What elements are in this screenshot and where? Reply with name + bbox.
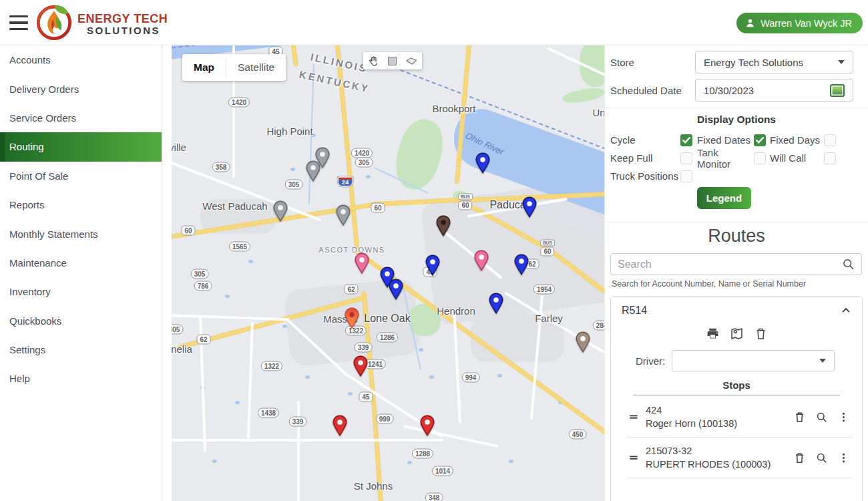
stops-title: Stops	[611, 379, 862, 391]
driver-select[interactable]	[672, 350, 835, 371]
map-marker-blue[interactable]	[514, 254, 529, 275]
map-marker-red[interactable]	[420, 415, 435, 436]
sidebar-item-accounts[interactable]: Accounts	[0, 45, 162, 74]
pan-hand-icon[interactable]	[368, 55, 379, 67]
map-button[interactable]: Map	[182, 54, 226, 81]
legend-button[interactable]: Legend	[697, 187, 751, 209]
highway-road	[548, 248, 604, 296]
locate-stop-icon[interactable]	[815, 411, 828, 424]
satellite-button[interactable]: Satellite	[226, 54, 286, 81]
checkbox-will-call[interactable]	[824, 152, 836, 164]
stop-number: 424	[646, 405, 793, 415]
creek	[374, 167, 429, 194]
locate-stop-icon[interactable]	[815, 452, 828, 464]
map-export-icon[interactable]	[730, 327, 744, 341]
sidebar-item-point-of-sale[interactable]: Point Of Sale	[0, 162, 162, 190]
map-canvas[interactable]: 451420358142030530524606015653057866245B…	[172, 45, 604, 501]
polygon-select-icon[interactable]	[406, 57, 417, 65]
search-icon[interactable]	[841, 257, 855, 274]
route-card-header[interactable]: R514	[611, 297, 862, 325]
calendar-icon[interactable]	[830, 84, 845, 97]
map-marker-taupe[interactable]	[576, 331, 591, 353]
display-options-grid: CycleFixed DatesFixed DaysKeep FullTank …	[610, 131, 840, 185]
search-input[interactable]	[610, 253, 862, 275]
pond	[419, 348, 423, 351]
creek	[308, 64, 314, 204]
map-label-hendron: Hendron	[437, 305, 475, 317]
sidebar-item-quickbooks[interactable]: Quickbooks	[0, 307, 162, 335]
minor-road	[403, 425, 499, 448]
delete-route-icon[interactable]	[754, 327, 768, 341]
route-shield-62: 62	[196, 335, 210, 345]
map-marker-red[interactable]	[353, 355, 369, 377]
checkbox-truck-positions[interactable]	[680, 170, 692, 182]
delete-stop-icon[interactable]	[793, 411, 806, 424]
more-options-icon[interactable]	[837, 411, 850, 424]
highway-road	[362, 292, 376, 405]
checkbox-tank-monitor[interactable]	[754, 152, 766, 164]
menu-icon[interactable]	[9, 15, 28, 30]
creek	[403, 288, 421, 370]
scheduled-date-field[interactable]: 10/30/2023	[695, 79, 853, 102]
map-marker-pink[interactable]	[474, 250, 489, 271]
drag-handle-icon[interactable]	[627, 451, 640, 464]
sidebar-item-settings[interactable]: Settings	[0, 335, 162, 364]
map-marker-blue[interactable]	[425, 255, 441, 276]
route-shield-24: 24	[338, 177, 353, 187]
route-shield-60: 60	[181, 226, 195, 236]
sidebar-item-inventory[interactable]: Inventory	[0, 277, 162, 306]
user-menu-button[interactable]: Warren Van Wyck JR	[736, 13, 863, 33]
minor-road	[199, 315, 206, 452]
routes-search	[610, 253, 862, 275]
sidebar-item-help[interactable]: Help	[0, 364, 162, 393]
chevron-up-icon[interactable]	[839, 304, 853, 317]
checkbox-fixed-days[interactable]	[824, 134, 836, 146]
sidebar-item-monthly-statements[interactable]: Monthly Statements	[0, 219, 162, 248]
map-marker-blue[interactable]	[489, 293, 504, 314]
map-marker-gray[interactable]	[273, 200, 288, 222]
map-marker-gray[interactable]	[336, 204, 351, 226]
map-marker-gray[interactable]	[306, 160, 321, 182]
sidebar-item-reports[interactable]: Reports	[0, 190, 162, 219]
sidebar-item-maintenance[interactable]: Maintenance	[0, 248, 162, 277]
map-marker-pink[interactable]	[355, 253, 370, 274]
sidebar-item-routing[interactable]: Routing	[0, 132, 162, 161]
user-name: Warren Van Wyck JR	[761, 18, 852, 29]
map-marker-brown[interactable]	[436, 215, 451, 236]
delete-stop-icon[interactable]	[793, 452, 806, 464]
stop-row: 424Roger Horn (100138)	[627, 397, 853, 438]
pond	[509, 460, 513, 463]
route-shield-305: 305	[172, 325, 183, 335]
highway-road	[178, 296, 365, 349]
store-value: Energy Tech Solutions	[704, 57, 803, 68]
sidebar-item-delivery-orders[interactable]: Delivery Orders	[0, 74, 162, 103]
more-options-icon[interactable]	[837, 452, 850, 464]
map-marker-blue[interactable]	[389, 279, 404, 300]
route-shield-1565: 1565	[229, 242, 250, 252]
map-marker-blue[interactable]	[522, 196, 537, 218]
map-label-farley: Farley	[535, 313, 563, 324]
minor-road	[286, 319, 348, 376]
checkbox-fixed-dates[interactable]	[754, 134, 766, 146]
drag-handle-icon[interactable]	[627, 410, 640, 424]
state-border	[172, 45, 304, 49]
minor-road	[172, 439, 443, 442]
minor-road	[530, 295, 544, 420]
minor-road	[453, 309, 461, 424]
rectangle-select-icon[interactable]	[388, 57, 397, 65]
map-marker-red[interactable]	[333, 415, 348, 436]
pond	[235, 401, 240, 404]
map-marker-orange[interactable]	[345, 307, 360, 329]
pond	[429, 375, 434, 379]
print-icon[interactable]	[706, 327, 720, 341]
map-label-illinois: ILLINOIS	[310, 51, 369, 75]
map-marker-blue[interactable]	[475, 152, 491, 174]
store-select[interactable]: Energy Tech Solutions	[695, 51, 853, 73]
minor-road	[547, 47, 604, 78]
river-island	[574, 220, 604, 248]
sidebar-item-service-orders[interactable]: Service Orders	[0, 104, 162, 132]
park-area	[562, 86, 604, 106]
checkbox-keep-full[interactable]	[680, 152, 692, 164]
checkbox-cycle[interactable]	[680, 134, 692, 146]
pond	[305, 375, 310, 379]
